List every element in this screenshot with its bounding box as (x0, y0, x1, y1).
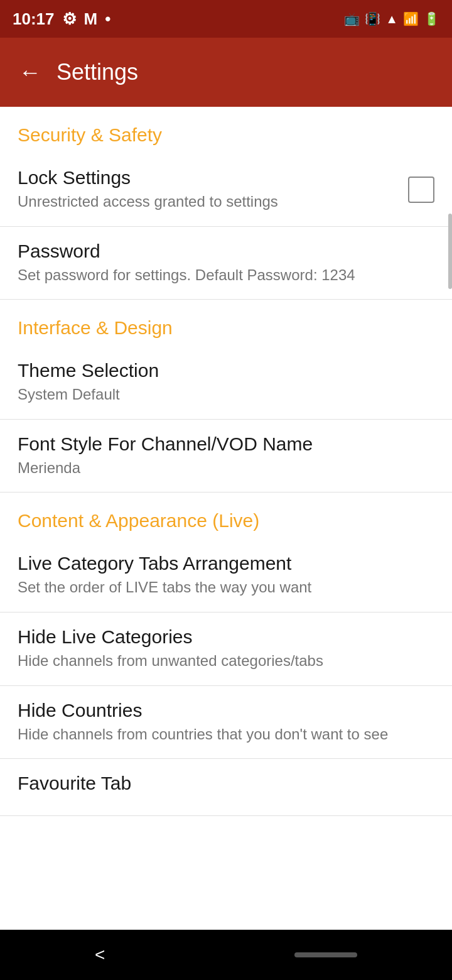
settings-item-hide-live-categories[interactable]: Hide Live Categories Hide channels from … (0, 612, 452, 686)
app-bar: ← Settings (0, 38, 452, 107)
vibrate-icon: 📳 (365, 11, 380, 26)
font-style-subtitle: Merienda (18, 457, 434, 479)
settings-item-favourite-text: Favourite Tab (18, 773, 434, 797)
live-tabs-title: Live Category Tabs Arrangement (18, 553, 434, 574)
settings-item-favourite-tab[interactable]: Favourite Tab (0, 759, 452, 816)
settings-item-font-text: Font Style For Channel/VOD Name Merienda (18, 433, 434, 479)
settings-item-theme-selection[interactable]: Theme Selection System Default (0, 346, 452, 420)
section-interface-design: Interface & Design Theme Selection Syste… (0, 300, 452, 493)
section-header-content: Content & Appearance (Live) (0, 493, 452, 539)
lock-settings-title: Lock Settings (18, 167, 396, 188)
live-tabs-subtitle: Set the order of LIVE tabs the way you w… (18, 577, 434, 598)
section-header-security: Security & Safety (0, 107, 452, 153)
hide-live-categories-subtitle: Hide channels from unwanted categories/t… (18, 650, 434, 672)
hide-countries-subtitle: Hide channels from countries that you do… (18, 724, 434, 745)
time-display: 10:17 (13, 9, 55, 29)
lock-settings-checkbox[interactable] (408, 177, 434, 203)
settings-content: Security & Safety Lock Settings Unrestri… (0, 107, 452, 866)
settings-item-theme-text: Theme Selection System Default (18, 360, 434, 405)
section-header-interface: Interface & Design (0, 300, 452, 346)
cast-icon: 📺 (344, 11, 360, 26)
settings-item-password-text: Password Set password for settings. Defa… (18, 241, 434, 286)
settings-item-hide-live-text: Hide Live Categories Hide channels from … (18, 626, 434, 672)
favourite-tab-title: Favourite Tab (18, 773, 434, 794)
theme-selection-subtitle: System Default (18, 384, 434, 405)
password-subtitle: Set password for settings. Default Passw… (18, 264, 434, 286)
lock-settings-subtitle: Unrestricted access granted to settings (18, 191, 396, 212)
settings-item-lock-settings[interactable]: Lock Settings Unrestricted access grante… (0, 153, 452, 227)
section-security-safety: Security & Safety Lock Settings Unrestri… (0, 107, 452, 300)
hide-countries-title: Hide Countries (18, 700, 434, 721)
status-bar: 10:17 ⚙ M • 📺 📳 ▲ 📶 🔋 (0, 0, 452, 38)
scrollbar[interactable] (448, 214, 452, 289)
section-content-appearance: Content & Appearance (Live) Live Categor… (0, 493, 452, 816)
settings-item-lock-text: Lock Settings Unrestricted access grante… (18, 167, 396, 212)
settings-item-hide-countries[interactable]: Hide Countries Hide channels from countr… (0, 686, 452, 760)
page-title: Settings (56, 59, 138, 85)
back-button[interactable]: ← (19, 59, 41, 85)
settings-item-password[interactable]: Password Set password for settings. Defa… (0, 227, 452, 300)
hide-live-categories-title: Hide Live Categories (18, 626, 434, 648)
settings-item-hide-countries-text: Hide Countries Hide channels from countr… (18, 700, 434, 745)
password-title: Password (18, 241, 434, 262)
settings-item-font-style[interactable]: Font Style For Channel/VOD Name Merienda (0, 420, 452, 493)
bottom-nav: < (0, 930, 452, 980)
battery-icon: 🔋 (424, 11, 439, 26)
gmail-status-icon: M (84, 9, 98, 29)
status-bar-left: 10:17 ⚙ M • (13, 9, 110, 29)
section-header-security-label: Security & Safety (18, 124, 162, 145)
settings-status-icon: ⚙ (62, 9, 77, 29)
settings-item-live-category-tabs[interactable]: Live Category Tabs Arrangement Set the o… (0, 539, 452, 612)
status-bar-right: 📺 📳 ▲ 📶 🔋 (344, 11, 439, 26)
signal-icon: 📶 (403, 11, 419, 26)
dot-icon: • (105, 9, 110, 29)
theme-selection-title: Theme Selection (18, 360, 434, 381)
wifi-icon: ▲ (385, 12, 398, 26)
font-style-title: Font Style For Channel/VOD Name (18, 433, 434, 455)
nav-home-pill[interactable] (294, 952, 357, 957)
settings-item-live-tabs-text: Live Category Tabs Arrangement Set the o… (18, 553, 434, 598)
section-header-content-label: Content & Appearance (Live) (18, 510, 259, 531)
section-header-interface-label: Interface & Design (18, 317, 173, 338)
nav-back-button[interactable]: < (95, 945, 105, 965)
